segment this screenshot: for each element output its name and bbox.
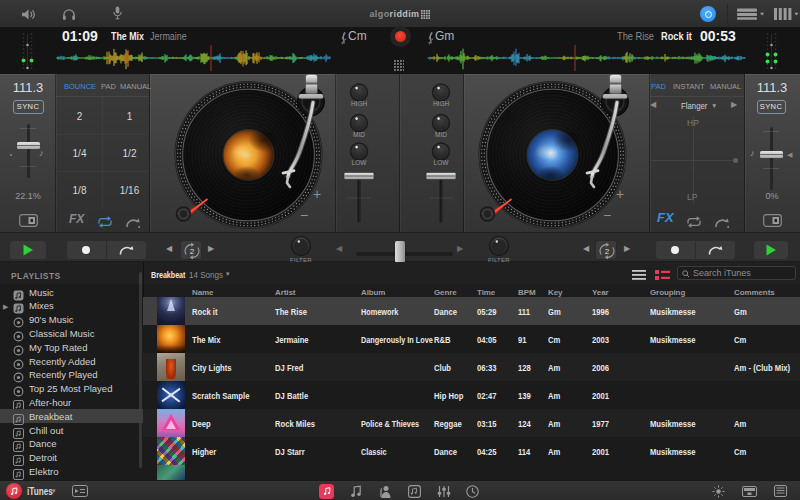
svg-text:HIGH: HIGH — [351, 100, 368, 107]
svg-text:HIGH: HIGH — [433, 100, 450, 107]
svg-text:MID: MID — [353, 131, 365, 138]
svg-text:2: 2 — [605, 247, 610, 256]
svg-text:LOW: LOW — [434, 159, 450, 166]
svg-text:MID: MID — [435, 131, 447, 138]
svg-text:LOW: LOW — [352, 159, 368, 166]
svg-text:2: 2 — [190, 247, 195, 256]
